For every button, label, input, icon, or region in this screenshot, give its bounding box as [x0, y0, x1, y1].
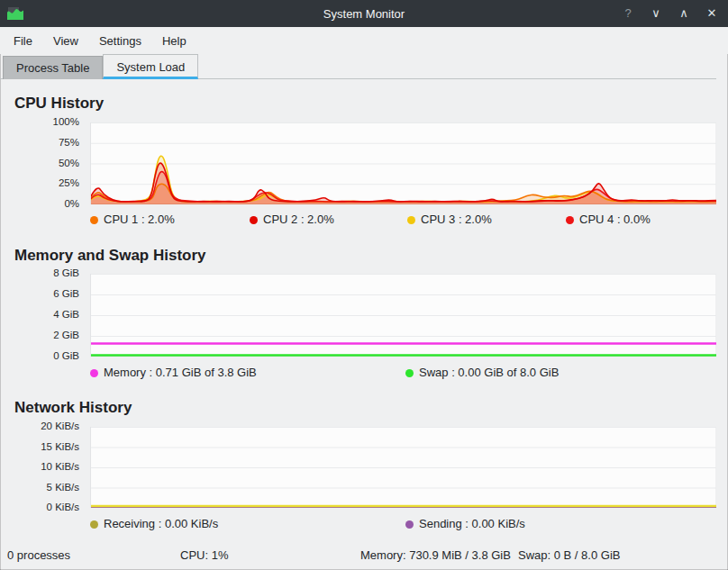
memory-legend: Memory : 0.71 GiB of 3.8 GiBSwap : 0.00 …: [90, 366, 721, 382]
legend-label: Receiving : 0.00 KiB/s: [104, 517, 218, 530]
close-button[interactable]: ✕: [705, 0, 719, 27]
mem-tick-label: 8 GiB: [53, 267, 79, 278]
cpu-tick-label: 0%: [64, 198, 79, 209]
net-tick-label: 0 KiB/s: [47, 502, 79, 512]
maximize-button[interactable]: ∧: [677, 0, 691, 27]
legend-dot: [566, 216, 574, 224]
cpu-y-axis: 100%75%50%25%0%: [0, 122, 85, 204]
legend-dot: [90, 520, 98, 529]
cpu-history-heading: CPU History: [14, 95, 104, 113]
legend-swap: Swap : 0.00 GiB of 8.0 GiB: [405, 366, 559, 379]
memory-y-axis: 8 GiB6 GiB4 GiB2 GiB0 GiB: [0, 274, 85, 357]
cpu-tick-label: 50%: [59, 158, 79, 168]
memory-history-heading: Memory and Swap History: [14, 247, 206, 265]
help-button[interactable]: ?: [621, 0, 635, 27]
legend-dot: [250, 216, 258, 224]
status-swap: Swap: 0 B / 8.0 GiB: [518, 548, 620, 562]
mem-tick-label: 2 GiB: [53, 330, 79, 340]
net-tick-label: 5 KiB/s: [47, 482, 79, 493]
net-tick-label: 15 KiB/s: [41, 441, 79, 452]
legend-cpu-2: CPU 2 : 2.0%: [250, 213, 334, 226]
legend-label: Memory : 0.71 GiB of 3.8 GiB: [104, 366, 257, 379]
menu-help[interactable]: Help: [153, 30, 196, 52]
cpu-line-cpu-2: [91, 163, 716, 202]
legend-label: CPU 4 : 0.0%: [579, 213, 651, 226]
cpu-line-cpu-4: [91, 172, 716, 202]
titlebar[interactable]: System Monitor ?∨∧✕: [0, 0, 728, 27]
menubar: FileViewSettingsHelp: [0, 27, 728, 54]
legend-cpu-4: CPU 4 : 0.0%: [566, 213, 651, 226]
legend-label: CPU 2 : 2.0%: [263, 213, 334, 226]
legend-dot: [90, 216, 98, 224]
status-memory: Memory: 730.9 MiB / 3.8 GiB: [360, 548, 511, 562]
network-history-heading: Network History: [14, 399, 132, 417]
legend-label: Swap : 0.00 GiB of 8.0 GiB: [419, 366, 559, 379]
cpu-plot: [91, 122, 716, 204]
network-y-axis: 20 KiB/s15 KiB/s10 KiB/s5 KiB/s0 KiB/s: [0, 427, 85, 508]
mem-plot: [91, 274, 716, 357]
status-processes: 0 processes: [7, 548, 70, 562]
net-tick-label: 20 KiB/s: [41, 421, 79, 431]
cpu-area-cpu-2: [91, 163, 716, 204]
menu-file[interactable]: File: [5, 30, 41, 52]
minimize-button[interactable]: ∨: [649, 0, 663, 27]
status-cpu: CPU: 1%: [180, 548, 228, 562]
cpu-tick-label: 75%: [59, 137, 79, 148]
net-plot: [91, 427, 716, 508]
system-monitor-window: System Monitor ?∨∧✕ FileViewSettingsHelp…: [0, 0, 728, 570]
window-controls: ?∨∧✕: [621, 0, 719, 27]
menu-settings[interactable]: Settings: [90, 30, 150, 52]
tabbar: Process TableSystem Load: [0, 54, 728, 80]
cpu-line-cpu-1: [91, 184, 716, 202]
cpu-area-cpu-3: [91, 156, 716, 204]
network-chart: [90, 427, 715, 508]
window-title: System Monitor: [0, 7, 728, 21]
legend-memory: Memory : 0.71 GiB of 3.8 GiB: [90, 366, 257, 379]
cpu-legend: CPU 1 : 2.0%CPU 2 : 2.0%CPU 3 : 2.0%CPU …: [90, 213, 721, 229]
legend-label: CPU 1 : 2.0%: [104, 213, 175, 226]
cpu-line-cpu-3: [91, 156, 716, 202]
memory-chart: [90, 274, 715, 357]
tab-process-table[interactable]: Process Table: [3, 56, 103, 79]
network-legend: Receiving : 0.00 KiB/sSending : 0.00 KiB…: [90, 517, 721, 533]
mem-tick-label: 6 GiB: [53, 288, 79, 299]
menu-view[interactable]: View: [44, 30, 87, 52]
net-tick-label: 10 KiB/s: [41, 461, 79, 472]
mem-tick-label: 0 GiB: [53, 350, 79, 361]
cpu-chart: [90, 122, 715, 204]
legend-dot: [405, 520, 414, 529]
app-icon: [6, 5, 24, 23]
legend-cpu-1: CPU 1 : 2.0%: [90, 213, 175, 226]
tab-system-load[interactable]: System Load: [103, 54, 198, 79]
legend-label: Sending : 0.00 KiB/s: [419, 517, 525, 530]
mem-tick-label: 4 GiB: [53, 309, 79, 320]
legend-cpu-3: CPU 3 : 2.0%: [407, 213, 492, 226]
cpu-tick-label: 100%: [53, 116, 79, 127]
cpu-area-cpu-4: [91, 172, 716, 204]
legend-label: CPU 3 : 2.0%: [421, 213, 492, 226]
legend-dot: [90, 369, 98, 377]
cpu-tick-label: 25%: [59, 177, 79, 188]
legend-dot: [407, 216, 415, 224]
legend-dot: [405, 369, 414, 377]
statusbar: 0 processes CPU: 1% Memory: 730.9 MiB / …: [0, 540, 728, 570]
legend-receiving: Receiving : 0.00 KiB/s: [90, 517, 218, 530]
legend-sending: Sending : 0.00 KiB/s: [405, 517, 525, 530]
